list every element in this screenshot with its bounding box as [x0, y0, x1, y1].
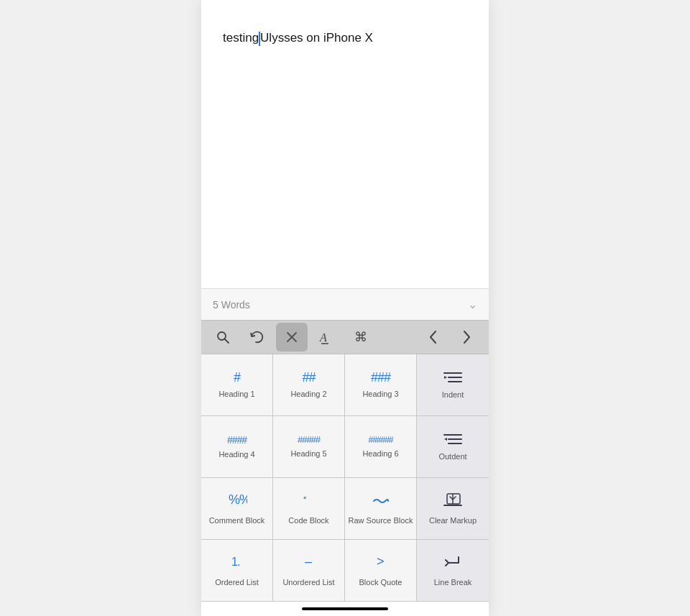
svg-text:'': ''	[303, 495, 306, 506]
command-icon: ⌘	[353, 330, 369, 344]
editor-area: testingUlysses on iPhone X 5 Words ⌄	[201, 0, 489, 616]
home-indicator	[201, 602, 489, 616]
ordered-list-icon: 1.	[227, 553, 247, 574]
code-block-icon: ''	[299, 491, 319, 512]
clear-markup-icon	[443, 491, 463, 512]
text-after-cursor: Ulysses on iPhone X	[260, 31, 373, 45]
line-break-icon	[443, 553, 463, 574]
heading1-label: Heading 1	[218, 390, 254, 399]
comment-block-label: Comment Block	[209, 516, 265, 525]
undo-icon	[249, 330, 265, 344]
outdent-label: Outdent	[438, 452, 466, 461]
font-style-icon: A	[318, 330, 334, 344]
heading3-icon: ###	[371, 370, 390, 385]
heading4-label: Heading 4	[218, 450, 254, 459]
line-break-button[interactable]: Line Break	[417, 540, 489, 602]
svg-text:%%: %%	[229, 492, 247, 507]
block-quote-icon: >	[371, 553, 391, 574]
font-style-button[interactable]: A	[310, 323, 342, 351]
outdent-button[interactable]: Outdent	[417, 416, 489, 478]
comment-block-button[interactable]: %% Comment Block	[201, 478, 273, 540]
indent-icon	[443, 370, 463, 386]
heading6-icon: ######	[368, 435, 392, 445]
heading3-label: Heading 3	[362, 390, 398, 399]
unordered-list-label: Unordered List	[282, 578, 334, 587]
comment-block-icon: %%	[227, 491, 247, 512]
word-count-bar: 5 Words ⌄	[201, 288, 489, 320]
ordered-list-button[interactable]: 1. Ordered List	[201, 540, 273, 602]
unordered-list-button[interactable]: – Unordered List	[273, 540, 345, 602]
chevron-right-icon	[463, 330, 472, 344]
svg-text:A: A	[319, 331, 327, 344]
toolbar-right	[417, 323, 483, 351]
indent-button[interactable]: Indent	[417, 354, 489, 416]
heading5-button[interactable]: ##### Heading 5	[273, 416, 345, 478]
heading5-icon: #####	[298, 434, 320, 445]
search-button[interactable]	[207, 323, 239, 351]
outdent-icon	[443, 432, 463, 448]
search-icon	[216, 330, 230, 344]
raw-source-block-icon	[371, 491, 391, 512]
text-area[interactable]: testingUlysses on iPhone X	[201, 0, 489, 288]
svg-text:–: –	[305, 554, 312, 569]
heading3-button[interactable]: ### Heading 3	[345, 354, 417, 416]
next-button[interactable]	[451, 323, 483, 351]
close-button[interactable]	[276, 323, 308, 351]
word-count-text: 5 Words	[213, 299, 250, 311]
chevron-down-icon[interactable]: ⌄	[468, 298, 477, 311]
heading1-icon: #	[234, 370, 240, 385]
svg-text:1.: 1.	[231, 556, 239, 568]
chevron-left-icon	[428, 330, 437, 344]
toolbar: A ⌘	[201, 320, 489, 354]
block-quote-button[interactable]: > Block Quote	[345, 540, 417, 602]
heading2-label: Heading 2	[290, 390, 326, 399]
heading2-button[interactable]: ## Heading 2	[273, 354, 345, 416]
phone-container: testingUlysses on iPhone X 5 Words ⌄	[0, 0, 690, 616]
raw-source-block-label: Raw Source Block	[349, 516, 413, 525]
code-block-button[interactable]: '' Code Block	[273, 478, 345, 540]
clear-markup-label: Clear Markup	[429, 516, 477, 525]
heading1-button[interactable]: # Heading 1	[201, 354, 273, 416]
undo-button[interactable]	[242, 323, 273, 351]
heading6-button[interactable]: ###### Heading 6	[345, 416, 417, 478]
heading5-label: Heading 5	[290, 449, 326, 459]
prev-button[interactable]	[417, 323, 448, 351]
text-before-cursor: testing	[223, 31, 259, 45]
home-bar	[302, 607, 388, 610]
svg-text:>: >	[377, 554, 384, 569]
line-break-label: Line Break	[434, 578, 472, 587]
editor-content[interactable]: testingUlysses on iPhone X	[223, 29, 467, 47]
heading4-button[interactable]: #### Heading 4	[201, 416, 273, 478]
unordered-list-icon: –	[299, 553, 319, 574]
heading2-icon: ##	[302, 370, 315, 385]
close-icon	[286, 331, 298, 343]
command-button[interactable]: ⌘	[345, 323, 377, 351]
svg-text:⌘: ⌘	[354, 330, 367, 344]
block-quote-label: Block Quote	[359, 578, 402, 587]
heading6-label: Heading 6	[362, 449, 398, 459]
code-block-label: Code Block	[288, 516, 328, 525]
ordered-list-label: Ordered List	[215, 578, 259, 587]
raw-source-block-button[interactable]: Raw Source Block	[345, 478, 417, 540]
heading4-icon: ####	[227, 434, 247, 446]
svg-line-1	[225, 339, 229, 344]
indent-label: Indent	[442, 390, 464, 400]
markup-grid: # Heading 1 ## Heading 2 ### Heading 3 I…	[201, 354, 489, 602]
toolbar-left: A ⌘	[207, 323, 377, 351]
clear-markup-button[interactable]: Clear Markup	[417, 478, 489, 540]
